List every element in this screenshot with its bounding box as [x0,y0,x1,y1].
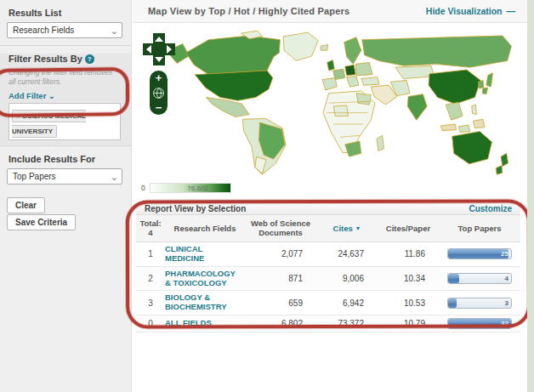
include-results-select[interactable]: Top Papers ⌄ [7,168,122,185]
map-legend: 0 76,602 [141,183,231,193]
legend-max-value: 76,602 [187,185,207,192]
chevron-down-icon: ⌄ [111,170,118,185]
zoom-out-button[interactable]: − [156,102,162,113]
table-row: 0 ALL FIELDS 6,802 73,372 10.79 32 [136,315,520,332]
table-row: 1 CLINICAL MEDICINE 2,077 24,637 11.86 2… [136,242,520,267]
globe-icon[interactable] [153,88,164,99]
zoom-in-button[interactable]: + [156,72,162,83]
row-rank: 1 [136,249,165,258]
report-table: Total: 4 Research Fields Web of Science … [136,215,520,332]
filter-section: Filter Results By? Changing the filter f… [0,54,131,146]
column-research-fields[interactable]: Research Fields [165,224,245,233]
top-papers-bar[interactable]: 3 [447,298,512,309]
legend-min-value: 0 [141,184,145,192]
report-title: Report View by Selection [145,204,246,213]
cites-per-paper-value: 10.53 [378,298,439,308]
top-papers-bar[interactable]: 25 [447,248,512,259]
clear-button[interactable]: Clear [7,197,45,213]
filter-note: Changing the filter field removes all cu… [9,68,121,86]
documents-value: 871 [245,274,316,283]
field-link-all-fields[interactable]: ALL FIELDS [165,319,245,328]
chevron-down-icon: ⌄ [48,92,55,100]
world-map-choropleth[interactable] [162,26,519,186]
row-rank: 2 [136,274,165,283]
main-panel: Map View by Top / Hot / Highly Cited Pap… [133,0,527,392]
divider [0,45,131,46]
info-icon[interactable]: ? [85,54,94,64]
close-icon[interactable]: × [16,112,20,120]
cites-per-paper-value: 10.34 [378,274,439,283]
report-section: Report View by Selection Customize Total… [136,202,520,332]
customize-link[interactable]: Customize [469,204,512,213]
field-link-biology-biochemistry[interactable]: BIOLOGY & BIOCHEMISTRY [165,293,245,312]
cites-value: 24,637 [316,249,378,258]
esi-app: Results List Research Fields ⌄ Filter Re… [0,0,534,392]
results-list-select[interactable]: Research Fields ⌄ [7,22,122,38]
minus-icon: — [507,6,516,16]
documents-value: 659 [245,298,316,308]
sort-desc-icon: ▼ [355,225,361,231]
row-rank: 3 [136,298,165,308]
column-cites-per-paper[interactable]: Cites/Paper [378,224,439,233]
chevron-down-icon: ⌄ [111,24,118,38]
results-list-value: Research Fields [13,26,74,35]
top-papers-bar[interactable]: 32 [447,318,512,329]
map-zoom-control[interactable]: + − [150,71,168,115]
cites-value: 6,942 [316,298,378,308]
total-count: Total: 4 [136,219,165,238]
field-link-clinical-medicine[interactable]: CLINICAL MEDICINE [165,245,245,264]
column-wos-documents[interactable]: Web of Science Documents [245,219,316,238]
column-top-papers[interactable]: Top Papers [439,224,520,233]
filter-by-label: Filter Results By? [9,54,131,64]
results-list-label: Results List [9,8,131,18]
cites-per-paper-value: 10.79 [378,319,439,328]
filter-tag-guizhou[interactable]: ×GUIZHOU MEDICAL UNIVERSITY [12,110,86,138]
row-rank: 0 [136,319,165,328]
include-results-value: Top Papers [13,172,56,181]
active-filters-box: ×GUIZHOU MEDICAL UNIVERSITY [9,103,121,140]
cites-value: 73,372 [316,319,378,328]
sidebar: Results List Research Fields ⌄ Filter Re… [0,0,132,392]
map-view-title: Map View by Top / Hot / Highly Cited Pap… [148,6,349,16]
map-header: Map View by Top / Hot / Highly Cited Pap… [133,0,527,23]
documents-value: 6,802 [245,319,316,328]
cites-value: 9,006 [316,274,378,283]
table-row: 2 PHARMACOLOGY & TOXICOLOGY 871 9,006 10… [136,267,520,292]
table-row: 3 BIOLOGY & BIOCHEMISTRY 659 6,942 10.53… [136,291,520,315]
column-cites[interactable]: Cites ▼ [316,224,378,233]
page-edge-strip [527,0,534,392]
report-header: Report View by Selection Customize [136,202,520,215]
top-papers-bar[interactable]: 4 [447,273,512,284]
save-criteria-button[interactable]: Save Criteria [7,214,76,230]
include-results-label: Include Results For [9,154,131,164]
hide-visualization-link[interactable]: Hide Visualization— [426,6,515,16]
map-pan-control[interactable] [141,31,177,67]
field-link-pharmacology[interactable]: PHARMACOLOGY & TOXICOLOGY [165,270,245,288]
map-region: + − 0 76,602 [133,23,527,200]
sidebar-buttons: Clear Save Criteria [7,196,131,230]
add-filter-button[interactable]: Add Filter ⌄ [9,91,131,100]
table-header-row: Total: 4 Research Fields Web of Science … [136,215,520,242]
documents-value: 2,077 [245,249,316,258]
legend-gradient-bar: 76,602 [150,183,231,193]
cites-per-paper-value: 11.86 [378,249,439,258]
